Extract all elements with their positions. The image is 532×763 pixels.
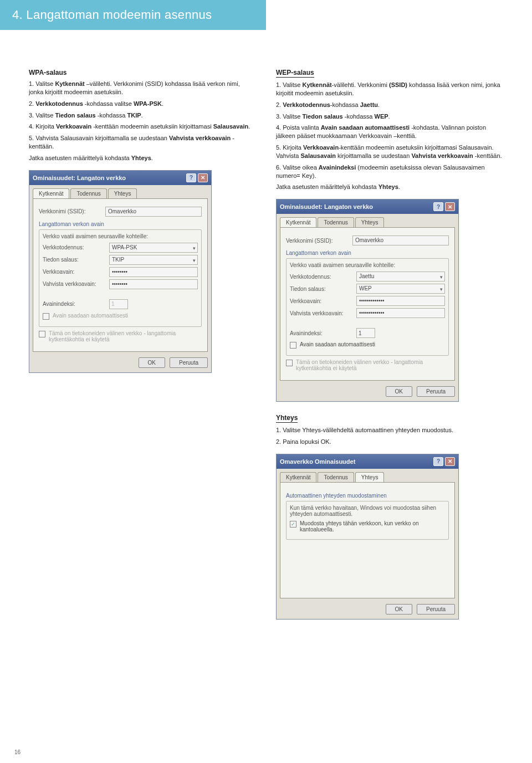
wpa-step-5: 5. Vahvista Salausavain kirjoittamalla s… <box>29 134 256 151</box>
yhteys-dialog: Omaverkko Ominaisuudet ? ✕ Kytkennät Tod… <box>276 454 459 619</box>
ssid-label: Verkkonimi (SSID): <box>39 208 105 214</box>
group-title: Automaattinen yhteyden muodostaminen <box>286 493 449 499</box>
wpa-step-1: 1. Valitse Kytkennät –välilehti. Verkkon… <box>29 80 256 96</box>
cancel-button[interactable]: Peruuta <box>417 604 455 615</box>
key2-label: Vahvista verkkoavain: <box>43 281 109 287</box>
group-hint: Verkko vaatii avaimen seuraaville kohtei… <box>290 262 445 268</box>
idx-stepper: 1 <box>109 299 128 309</box>
wpa-step-3: 3. Valitse Tiedon salaus -kohdassa TKIP. <box>29 111 256 120</box>
tab-kytkennat[interactable]: Kytkennät <box>280 217 316 227</box>
yhteys-step-2: 2. Paina lopuksi OK. <box>276 438 503 446</box>
enc-label: Tiedon salaus: <box>290 286 356 292</box>
wpa-heading: WPA-salaus <box>29 69 256 76</box>
auth-label: Verkkotodennus: <box>290 274 356 280</box>
auto-connect-checkbox[interactable]: ✓Muodosta yhteys tähän verkkoon, kun ver… <box>290 520 445 532</box>
wep-dialog-tabs: Kytkennät Todennus Yhteys <box>277 214 458 227</box>
wep-heading: WEP-salaus <box>276 69 314 78</box>
enc-label: Tiedon salaus: <box>43 257 109 263</box>
cancel-button[interactable]: Peruuta <box>417 386 455 397</box>
auth-select[interactable]: Jaettu <box>356 272 445 281</box>
yhteys-dialog-titlebar: Omaverkko Ominaisuudet ? ✕ <box>277 454 458 469</box>
group-title: Langattoman verkon avain <box>286 250 449 256</box>
close-icon[interactable]: ✕ <box>445 457 455 466</box>
tab-yhteys[interactable]: Yhteys <box>108 188 137 198</box>
help-icon[interactable]: ? <box>433 457 443 466</box>
key2-input[interactable]: •••••••• <box>109 279 198 289</box>
wpa-dialog-titlebar: Ominaisuudet: Langaton verkko ? ✕ <box>29 171 211 185</box>
close-icon[interactable]: ✕ <box>198 173 208 182</box>
wep-step-1: 1. Valitse Kytkennät-välilehti. Verkkoni… <box>276 81 503 98</box>
wpa-dialog-tabs: Kytkennät Todennus Yhteys <box>29 185 211 198</box>
wep-step-3: 3. Valitse Tiedon salaus -kohdassa WEP. <box>276 112 503 121</box>
tab-kytkennat[interactable]: Kytkennät <box>33 188 69 198</box>
adhoc-checkbox: Tämä on tietokoneiden välinen verkko - l… <box>39 330 202 342</box>
idx-label: Avainindeksi: <box>43 301 109 307</box>
enc-select[interactable]: WEP <box>356 284 445 294</box>
ssid-input[interactable]: Omaverkko <box>105 207 202 217</box>
ssid-input[interactable]: Omaverkko <box>352 235 449 245</box>
ok-button[interactable]: OK <box>386 386 412 397</box>
tab-yhteys[interactable]: Yhteys <box>355 217 385 227</box>
page-number: 16 <box>14 749 21 755</box>
wep-dialog-title: Ominaisuudet: Langaton verkko <box>280 203 373 210</box>
group-title: Langattoman verkon avain <box>39 221 202 227</box>
section-banner: 4. Langattoman modeemin asennus <box>0 0 266 30</box>
enc-select[interactable]: TKIP <box>109 255 198 265</box>
idx-label: Avainindeksi: <box>290 330 356 336</box>
wep-step-6: 6. Valitse oikea Avainindeksi (modeemin … <box>276 163 503 180</box>
ok-button[interactable]: OK <box>386 604 412 615</box>
wpa-step-6: Jatka asetusten määrittelyä kohdasta Yht… <box>29 154 256 162</box>
tab-todennus[interactable]: Todennus <box>318 217 354 227</box>
group-hint: Kun tämä verkko havaitaan, Windows voi m… <box>290 505 445 517</box>
tab-todennus[interactable]: Todennus <box>70 188 106 198</box>
yhteys-dialog-tabs: Kytkennät Todennus Yhteys <box>277 469 458 482</box>
wep-dialog: Ominaisuudet: Langaton verkko ? ✕ Kytken… <box>276 199 459 402</box>
key-input[interactable]: •••••••• <box>109 267 198 277</box>
wep-step-7: Jatka asetusten määrittelyä kohdasta Yht… <box>276 183 503 191</box>
help-icon[interactable]: ? <box>186 173 196 182</box>
auto-key-checkbox: Avain saadaan automaattisesti <box>43 313 198 320</box>
tab-kytkennat[interactable]: Kytkennät <box>280 472 316 482</box>
adhoc-checkbox: Tämä on tietokoneiden välinen verkko - l… <box>286 359 449 371</box>
group-hint: Verkko vaatii avaimen seuraaville kohtei… <box>43 233 198 239</box>
yhteys-heading: Yhteys <box>276 414 298 423</box>
wep-dialog-titlebar: Ominaisuudet: Langaton verkko ? ✕ <box>277 199 458 214</box>
yhteys-step-1: 1. Valitse Yhteys-välilehdeltä automaatt… <box>276 426 503 434</box>
key2-input[interactable]: ••••••••••••• <box>356 308 445 318</box>
key2-label: Vahvista verkkoavain: <box>290 310 356 316</box>
auto-key-checkbox[interactable]: Avain saadaan automaattisesti <box>290 341 445 349</box>
tab-todennus[interactable]: Todennus <box>318 472 354 482</box>
tab-yhteys[interactable]: Yhteys <box>355 472 385 482</box>
wpa-step-4: 4. Kirjoita Verkkoavain -kenttään modeem… <box>29 122 256 131</box>
key-label: Verkkoavain: <box>43 269 109 275</box>
auth-label: Verkkotodennus: <box>43 244 109 250</box>
wpa-dialog-title: Ominaisuudet: Langaton verkko <box>33 175 126 181</box>
wpa-step-2: 2. Verkkotodennus -kohdassa valitse WPA-… <box>29 100 256 108</box>
wep-step-4: 4. Poista valinta Avain saadaan automaat… <box>276 124 503 140</box>
wpa-dialog: Ominaisuudet: Langaton verkko ? ✕ Kytken… <box>29 170 212 373</box>
ssid-label: Verkkonimi (SSID): <box>286 238 352 244</box>
ok-button[interactable]: OK <box>139 357 165 368</box>
key-input[interactable]: ••••••••••••• <box>356 296 445 306</box>
wep-step-5: 5. Kirjoita Verkkoavain-kenttään modeemi… <box>276 144 503 160</box>
key-label: Verkkoavain: <box>290 298 356 304</box>
idx-stepper[interactable]: 1 <box>356 328 375 338</box>
wep-step-2: 2. Verkkotodennus-kohdassa Jaettu. <box>276 101 503 109</box>
close-icon[interactable]: ✕ <box>445 202 455 211</box>
auth-select[interactable]: WPA-PSK <box>109 243 198 253</box>
yhteys-dialog-title: Omaverkko Ominaisuudet <box>280 458 355 465</box>
cancel-button[interactable]: Peruuta <box>170 357 208 368</box>
help-icon[interactable]: ? <box>433 202 443 211</box>
